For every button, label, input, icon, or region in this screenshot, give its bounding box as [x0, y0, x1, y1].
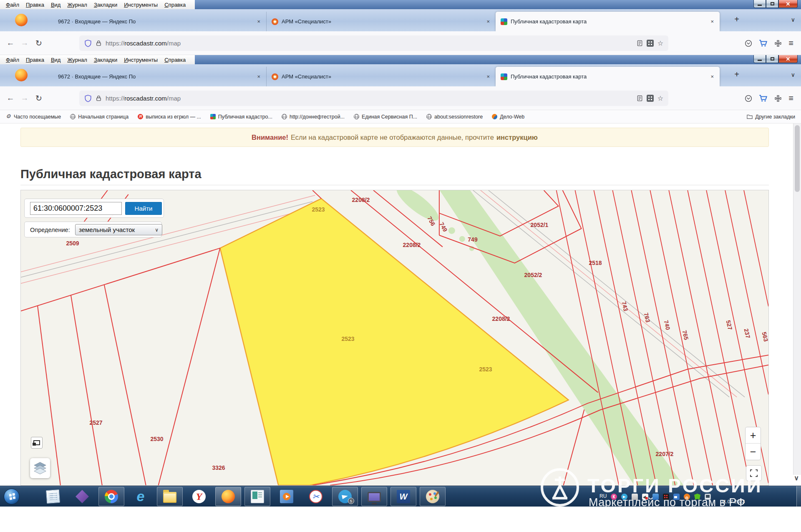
tab-1[interactable]: 9672 · Входящие — Яндекс По× [43, 12, 266, 31]
extension-tiles-icon[interactable] [647, 40, 654, 47]
maximize-button[interactable] [766, 55, 778, 63]
tab-2[interactable]: АРМ «Специалист»× [266, 12, 496, 31]
reload-button[interactable]: ↻ [32, 38, 46, 48]
tab-close-icon[interactable]: × [486, 73, 491, 80]
find-button[interactable]: Найти [125, 202, 162, 215]
reader-mode-icon[interactable] [637, 40, 643, 46]
menu-hamburger-icon[interactable]: ≡ [788, 93, 793, 103]
scrollbar[interactable] [793, 124, 801, 475]
bookmark-star-icon[interactable]: ☆ [657, 39, 663, 47]
menu-item-5[interactable]: Закладки [91, 1, 121, 9]
bookmark-item-7[interactable]: about:sessionrestore [426, 114, 483, 120]
bookmark-item-5[interactable]: http://доннефтестрой... [282, 114, 345, 120]
menu-item-4[interactable]: Журнал [64, 56, 90, 64]
tray-app-blue-icon[interactable] [652, 494, 659, 500]
menu-item-6[interactable]: Инструменты [121, 56, 161, 64]
menu-item-7[interactable]: Справка [161, 56, 189, 64]
menu-hamburger-icon[interactable]: ≡ [788, 38, 793, 48]
tab-3[interactable]: Публичная кадастровая карта× [496, 67, 720, 86]
menu-item-1[interactable]: Файл [3, 56, 23, 64]
menu-item-5[interactable]: Закладки [91, 56, 121, 64]
other-bookmarks[interactable]: Другие закладки [747, 114, 795, 120]
taskbar-app-window-button[interactable] [244, 487, 270, 506]
bookmark-item-2[interactable]: Начальная страница [70, 114, 128, 120]
pocket-icon[interactable] [745, 95, 752, 102]
taskbar-paint-button[interactable] [420, 487, 446, 506]
scroll-down-icon[interactable]: ∨ [792, 474, 801, 485]
scrollbar-thumb[interactable] [795, 125, 800, 192]
close-button[interactable]: ✕ [778, 55, 798, 63]
bookmark-item-3[interactable]: выписка из егрюл — ... [138, 114, 201, 120]
definition-select[interactable]: земельный участок ∨ [75, 224, 162, 235]
close-button[interactable]: ✕ [778, 0, 798, 8]
new-tab-button[interactable]: + [731, 70, 742, 79]
taskbar-telegram-button[interactable]: 5 [332, 487, 358, 506]
menu-item-2[interactable]: Правка [23, 1, 48, 9]
zoom-out-button[interactable]: − [746, 444, 761, 460]
tray-truck-icon[interactable] [673, 494, 680, 500]
forward-button[interactable]: → [18, 38, 32, 48]
tab-close-icon[interactable]: × [710, 18, 715, 25]
language-indicator[interactable]: RU [599, 493, 607, 499]
menu-item-3[interactable]: Вид [48, 56, 64, 64]
taskbar-ie-button[interactable] [128, 487, 154, 506]
taskbar-media-player-button[interactable] [274, 487, 300, 506]
back-button[interactable]: ← [3, 93, 18, 103]
lock-icon[interactable] [96, 40, 102, 46]
puzzle-icon[interactable] [774, 40, 782, 47]
taskbar-remote-desktop-button[interactable] [361, 487, 387, 506]
taskbar-yandex-browser-button[interactable] [186, 487, 212, 506]
puzzle-icon[interactable] [774, 95, 782, 102]
tray-car-icon[interactable] [632, 494, 638, 500]
cart-icon[interactable] [759, 39, 768, 47]
bookmark-item-6[interactable]: Единая Сервисная П... [354, 114, 417, 120]
list-all-tabs-icon[interactable]: ∨ [791, 71, 795, 78]
taskbar-kmplayer-button[interactable] [69, 487, 95, 506]
shield-icon[interactable] [84, 40, 92, 47]
minimize-button[interactable] [753, 55, 766, 63]
taskbar-word-button[interactable] [390, 487, 416, 506]
start-button[interactable] [4, 489, 20, 504]
banner-instruction-link[interactable]: инструкцию [496, 134, 538, 141]
reload-button[interactable]: ↻ [32, 93, 46, 103]
pocket-icon[interactable] [745, 40, 752, 47]
cadastral-map[interactable]: 250925232208/27567497492052/12208/22052/… [20, 190, 769, 486]
url-bar[interactable]: https://roscadastr.com/map ☆ [79, 91, 668, 106]
tray-telegram-icon[interactable] [621, 494, 627, 500]
new-tab-button[interactable]: + [731, 15, 742, 24]
taskbar-snipping-button[interactable] [303, 487, 329, 506]
menu-item-2[interactable]: Правка [23, 56, 48, 64]
tray-volume-muted-icon[interactable] [642, 494, 648, 500]
forward-button[interactable]: → [18, 93, 32, 103]
firefox-logo-icon[interactable] [15, 14, 28, 26]
bookmark-item-8[interactable]: Дело-Web [492, 114, 524, 120]
cart-icon[interactable] [759, 94, 768, 102]
tray-grid-red-icon[interactable] [663, 494, 669, 500]
bookmark-item-1[interactable]: Часто посещаемые [6, 114, 61, 120]
cadastral-number-input[interactable] [30, 202, 122, 215]
show-desktop-button[interactable] [796, 486, 801, 507]
minimize-button[interactable] [753, 0, 766, 8]
tab-close-icon[interactable]: × [486, 18, 491, 25]
clock[interactable]: 11.07.2023 [716, 486, 750, 507]
menu-item-1[interactable]: Файл [3, 1, 23, 9]
shield-icon[interactable] [84, 95, 92, 102]
bookmark-star-icon[interactable]: ☆ [657, 94, 663, 102]
back-button[interactable]: ← [3, 38, 18, 48]
extension-tiles-icon[interactable] [647, 95, 654, 102]
bookmark-item-4[interactable]: Публичная кадастро... [210, 114, 272, 120]
lock-icon[interactable] [96, 95, 102, 101]
reader-mode-icon[interactable] [637, 95, 643, 101]
overview-map-button[interactable] [31, 437, 43, 449]
menu-item-4[interactable]: Журнал [64, 1, 90, 9]
taskbar-firefox-button[interactable] [215, 487, 241, 506]
taskbar-explorer-button[interactable] [157, 487, 183, 506]
fullscreen-button[interactable] [746, 465, 762, 481]
tab-close-icon[interactable]: × [256, 73, 261, 80]
menu-item-3[interactable]: Вид [48, 1, 64, 9]
tab-close-icon[interactable]: × [256, 18, 261, 25]
tab-2[interactable]: АРМ «Специалист»× [266, 67, 496, 86]
zoom-in-button[interactable]: + [746, 427, 761, 444]
menu-item-6[interactable]: Инструменты [121, 1, 161, 9]
tab-1[interactable]: 9672 · Входящие — Яндекс По× [43, 67, 266, 86]
